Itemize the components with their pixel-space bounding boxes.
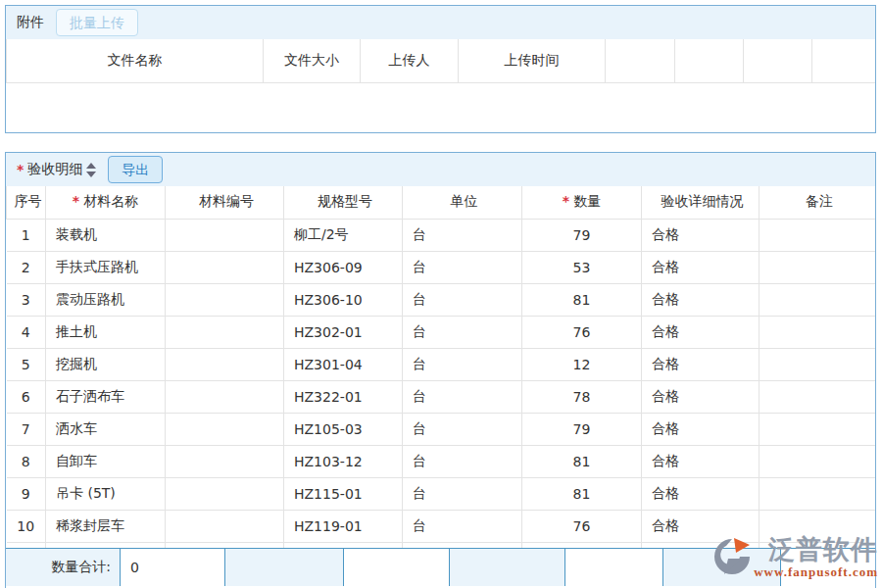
cell-material-code[interactable] [166, 283, 284, 316]
cell-spec-model[interactable]: HZ301-04 [284, 348, 403, 380]
cell-no[interactable]: 5 [7, 348, 46, 380]
table-row[interactable]: 7 洒水车 HZ105-03 台 79 合格 [7, 413, 876, 445]
cell-acceptance-result[interactable]: 合格 [642, 219, 760, 251]
export-button[interactable]: 导出 [108, 156, 163, 183]
cell-material-name[interactable]: 洒水车 [46, 413, 166, 445]
cell-quantity[interactable]: 12 [522, 348, 642, 380]
cell-note[interactable] [760, 219, 876, 251]
cell-material-code[interactable] [166, 477, 284, 510]
cell-material-code[interactable] [166, 219, 284, 251]
cell-note[interactable] [760, 251, 876, 283]
summary-row: 数量合计: 0 [6, 548, 875, 586]
summary-empty-value [344, 549, 450, 586]
cell-spec-model[interactable]: HZ103-12 [284, 445, 403, 477]
cell-spec-model[interactable]: HZ115-01 [284, 477, 403, 510]
column-header [812, 39, 876, 82]
cell-note[interactable] [760, 348, 876, 380]
cell-acceptance-result[interactable]: 合格 [642, 283, 760, 316]
spinner-down-icon[interactable] [86, 172, 96, 177]
cell-no[interactable]: 6 [7, 380, 46, 413]
cell-unit[interactable]: 台 [403, 445, 522, 477]
cell-quantity[interactable]: 76 [522, 316, 642, 348]
cell-unit[interactable]: 台 [403, 477, 522, 510]
cell-note[interactable] [760, 283, 876, 316]
table-row[interactable]: 5 挖掘机 HZ301-04 台 12 合格 [7, 348, 876, 380]
cell-material-name[interactable]: 震动压路机 [46, 283, 166, 316]
cell-no[interactable]: 1 [7, 219, 46, 251]
cell-acceptance-result[interactable]: 合格 [642, 316, 760, 348]
cell-note[interactable] [760, 445, 876, 477]
cell-no[interactable]: 9 [7, 477, 46, 510]
cell-material-code[interactable] [166, 510, 284, 542]
table-row[interactable]: 10 稀浆封层车 HZ119-01 台 76 合格 [7, 510, 876, 542]
cell-spec-model[interactable]: HZ119-01 [284, 510, 403, 542]
cell-spec-model[interactable]: HZ302-01 [284, 316, 403, 348]
cell-quantity[interactable]: 53 [522, 251, 642, 283]
cell-material-name[interactable]: 装载机 [46, 219, 166, 251]
cell-no[interactable]: 3 [7, 283, 46, 316]
cell-acceptance-result[interactable]: 合格 [642, 510, 760, 542]
cell-unit[interactable]: 台 [403, 283, 522, 316]
cell-note[interactable] [760, 413, 876, 445]
spinner-up-icon[interactable] [86, 163, 96, 169]
cell-material-name[interactable]: 自卸车 [46, 445, 166, 477]
cell-spec-model[interactable]: HZ306-09 [284, 251, 403, 283]
cell-spec-model[interactable]: HZ306-10 [284, 283, 403, 316]
table-row[interactable]: 8 自卸车 HZ103-12 台 81 合格 [7, 445, 876, 477]
cell-note[interactable] [760, 316, 876, 348]
cell-no[interactable]: 4 [7, 316, 46, 348]
cell-no[interactable]: 10 [7, 510, 46, 542]
cell-spec-model[interactable]: HZ105-03 [284, 413, 403, 445]
table-row[interactable]: 4 推土机 HZ302-01 台 76 合格 [7, 316, 876, 348]
cell-unit[interactable]: 台 [403, 510, 522, 542]
table-row[interactable]: 3 震动压路机 HZ306-10 台 81 合格 [7, 283, 876, 316]
cell-material-code[interactable] [166, 445, 284, 477]
cell-acceptance-result[interactable]: 合格 [642, 251, 760, 283]
cell-acceptance-result[interactable]: 合格 [642, 477, 760, 510]
cell-no[interactable]: 2 [7, 251, 46, 283]
cell-material-name[interactable]: 石子洒布车 [46, 380, 166, 413]
cell-material-name[interactable]: 挖掘机 [46, 348, 166, 380]
cell-material-name[interactable]: 推土机 [46, 316, 166, 348]
cell-acceptance-result[interactable]: 合格 [642, 413, 760, 445]
cell-spec-model[interactable]: HZ322-01 [284, 380, 403, 413]
cell-quantity[interactable]: 79 [522, 219, 642, 251]
cell-no[interactable]: 7 [7, 413, 46, 445]
cell-quantity[interactable]: 76 [522, 510, 642, 542]
cell-quantity[interactable]: 78 [522, 380, 642, 413]
cell-material-name[interactable]: 稀浆封层车 [46, 510, 166, 542]
attachments-table: 文件名称文件大小上传人上传时间 [6, 39, 875, 83]
cell-material-name[interactable]: 手扶式压路机 [46, 251, 166, 283]
cell-unit[interactable]: 台 [403, 219, 522, 251]
cell-no[interactable]: 8 [7, 445, 46, 477]
table-row[interactable]: 6 石子洒布车 HZ322-01 台 78 合格 [7, 380, 876, 413]
table-row[interactable]: 2 手扶式压路机 HZ306-09 台 53 合格 [7, 251, 876, 283]
cell-note[interactable] [760, 510, 876, 542]
cell-material-name[interactable]: 吊卡 (5T) [46, 477, 166, 510]
cell-material-code[interactable] [166, 348, 284, 380]
cell-acceptance-result[interactable]: 合格 [642, 380, 760, 413]
cell-unit[interactable]: 台 [403, 380, 522, 413]
cell-spec-model[interactable]: 柳工/2号 [284, 219, 403, 251]
cell-quantity[interactable]: 81 [522, 283, 642, 316]
cell-material-code[interactable] [166, 316, 284, 348]
table-row[interactable]: 1 装载机 柳工/2号 台 79 合格 [7, 219, 876, 251]
cell-quantity[interactable]: 79 [522, 413, 642, 445]
cell-quantity[interactable]: 81 [522, 477, 642, 510]
column-header: 上传时间 [459, 39, 606, 82]
batch-upload-button[interactable]: 批量上传 [56, 9, 138, 36]
cell-material-code[interactable] [166, 251, 284, 283]
cell-unit[interactable]: 台 [403, 251, 522, 283]
cell-acceptance-result[interactable]: 合格 [642, 348, 760, 380]
cell-material-code[interactable] [166, 413, 284, 445]
cell-quantity[interactable]: 81 [522, 445, 642, 477]
cell-note[interactable] [760, 477, 876, 510]
cell-unit[interactable]: 台 [403, 413, 522, 445]
sort-spinner-icon[interactable] [86, 163, 96, 177]
cell-unit[interactable]: 台 [403, 316, 522, 348]
cell-note[interactable] [760, 380, 876, 413]
cell-unit[interactable]: 台 [403, 348, 522, 380]
table-row[interactable]: 9 吊卡 (5T) HZ115-01 台 81 合格 [7, 477, 876, 510]
cell-acceptance-result[interactable]: 合格 [642, 445, 760, 477]
cell-material-code[interactable] [166, 380, 284, 413]
